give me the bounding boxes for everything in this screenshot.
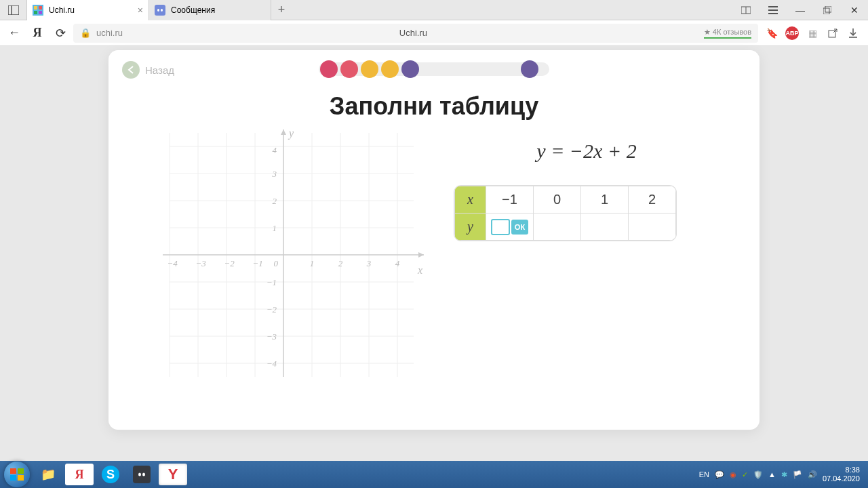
page-title-center: Uchi.ru <box>128 28 698 38</box>
svg-text:−4: −4 <box>167 258 178 268</box>
x-value: −1 <box>486 186 534 214</box>
svg-rect-15 <box>823 8 829 14</box>
url-text: uchi.ru <box>96 28 123 38</box>
y-input[interactable] <box>491 219 510 235</box>
lang-indicator[interactable]: EN <box>699 470 709 479</box>
svg-point-8 <box>157 9 159 12</box>
yandex-icon[interactable]: Я <box>27 23 47 43</box>
svg-text:−3: −3 <box>195 258 206 268</box>
y-header: y <box>455 214 486 241</box>
address-input[interactable]: 🔒 uchi.ru Uchi.ru ★ 4К отзывов <box>73 24 758 43</box>
svg-text:3: 3 <box>272 169 277 179</box>
clock[interactable]: 8:38 07.04.2020 <box>823 466 860 483</box>
tray-icon[interactable]: 💬 <box>715 470 724 479</box>
reload-button[interactable]: ⟳ <box>50 23 71 43</box>
svg-text:2: 2 <box>273 196 277 206</box>
x-value: 1 <box>581 186 629 214</box>
svg-rect-4 <box>39 6 42 9</box>
yandex-taskbar-icon[interactable]: Я <box>65 464 94 485</box>
coordinate-grid: 1 2 3 4 −1 −2 −3 −4 −4 −3 −2 −1 0 1 2 <box>156 126 427 384</box>
svg-rect-6 <box>39 11 42 14</box>
svg-text:0: 0 <box>274 258 279 268</box>
close-window-button[interactable]: ✕ <box>841 0 868 20</box>
svg-text:−2: −2 <box>267 304 277 314</box>
system-tray: EN 💬 ◉ ✓ 🛡️ ▲ ✱ 🏳️ 🔊 8:38 07.04.2020 <box>699 466 865 483</box>
windows-taskbar: 📁 Я S Y EN 💬 ◉ ✓ 🛡️ ▲ ✱ 🏳️ 🔊 8:38 07.04.… <box>0 461 868 488</box>
skype-icon[interactable]: S <box>96 464 125 485</box>
download-icon[interactable] <box>846 26 860 40</box>
svg-text:2: 2 <box>338 258 343 268</box>
svg-text:y: y <box>288 127 294 140</box>
tray-icon[interactable]: 🛡️ <box>753 470 763 479</box>
progress-dot <box>361 60 378 78</box>
extension-icon[interactable]: ▦ <box>806 26 819 40</box>
explorer-icon[interactable]: 📁 <box>34 464 62 485</box>
svg-text:−1: −1 <box>267 277 277 287</box>
svg-point-58 <box>138 473 141 476</box>
window-controls: — ✕ <box>732 0 868 20</box>
maximize-button[interactable] <box>814 0 841 20</box>
progress-bar <box>122 62 746 76</box>
y-input-cell: ОК <box>486 214 534 241</box>
svg-text:4: 4 <box>395 258 400 268</box>
svg-text:1: 1 <box>273 223 277 233</box>
popup-icon[interactable] <box>826 26 840 40</box>
svg-text:1: 1 <box>310 258 315 268</box>
progress-dot-end <box>521 60 538 78</box>
tab-title: Сообщения <box>171 5 215 15</box>
lesson-title: Заполни таблицу <box>122 92 746 121</box>
svg-point-9 <box>161 9 163 12</box>
back-nav-button[interactable]: ← <box>4 23 24 43</box>
svg-text:−1: −1 <box>252 258 262 268</box>
progress-dot-current <box>401 60 419 78</box>
tray-icon[interactable]: ✱ <box>781 470 787 479</box>
start-button[interactable] <box>3 464 31 485</box>
svg-text:4: 4 <box>273 145 277 155</box>
bookmark-icon[interactable]: 🔖 <box>765 26 778 40</box>
tray-icon[interactable]: ◉ <box>730 470 736 479</box>
tray-icon[interactable]: ▲ <box>768 470 776 479</box>
equation: y = −2x + 2 <box>454 140 719 163</box>
adblock-icon[interactable]: ABP <box>785 26 799 40</box>
discord-taskbar-icon[interactable] <box>127 464 156 485</box>
svg-point-59 <box>142 473 145 476</box>
svg-rect-0 <box>8 5 19 15</box>
xy-table: x −1 0 1 2 y ОК <box>454 186 676 241</box>
tray-icon[interactable]: ✓ <box>742 470 748 479</box>
svg-text:x: x <box>417 264 422 276</box>
volume-icon[interactable]: 🔊 <box>808 470 817 479</box>
tab-title: Uchi.ru <box>49 5 75 15</box>
reader-icon[interactable] <box>732 0 760 20</box>
browser-titlebar: Uchi.ru × Сообщения + — ✕ <box>0 0 868 20</box>
y-cell-empty[interactable] <box>534 214 581 241</box>
address-bar: ← Я ⟳ 🔒 uchi.ru Uchi.ru ★ 4К отзывов 🔖 A… <box>0 20 868 46</box>
progress-dot <box>340 60 358 78</box>
tab-uchi[interactable]: Uchi.ru × <box>27 0 149 20</box>
discord-favicon-icon <box>155 5 165 16</box>
svg-text:−4: −4 <box>267 359 277 369</box>
ok-button[interactable]: ОК <box>511 220 528 235</box>
close-icon[interactable]: × <box>138 5 143 16</box>
lock-icon: 🔒 <box>80 28 91 38</box>
svg-rect-16 <box>825 6 831 12</box>
minimize-button[interactable]: — <box>787 0 814 20</box>
lesson-card: Назад Заполни таблицу <box>108 50 760 430</box>
progress-dot <box>381 60 399 78</box>
x-value: 2 <box>629 186 676 214</box>
svg-text:−2: −2 <box>224 258 235 268</box>
svg-rect-5 <box>34 11 37 14</box>
y-cell-empty[interactable] <box>581 214 629 241</box>
menu-icon[interactable] <box>760 0 787 20</box>
browser-taskbar-icon[interactable]: Y <box>159 464 187 485</box>
uchi-favicon-icon <box>33 5 43 16</box>
page-viewport: Назад Заполни таблицу <box>0 46 868 461</box>
svg-rect-7 <box>155 5 165 16</box>
x-value: 0 <box>534 186 581 214</box>
y-cell-empty[interactable] <box>629 214 676 241</box>
reviews-badge: ★ 4К отзывов <box>704 28 751 39</box>
tab-messages[interactable]: Сообщения <box>149 0 271 20</box>
panel-toggle-icon[interactable] <box>0 0 27 20</box>
new-tab-button[interactable]: + <box>271 3 292 17</box>
x-header: x <box>455 186 486 214</box>
tray-icon[interactable]: 🏳️ <box>793 470 802 479</box>
